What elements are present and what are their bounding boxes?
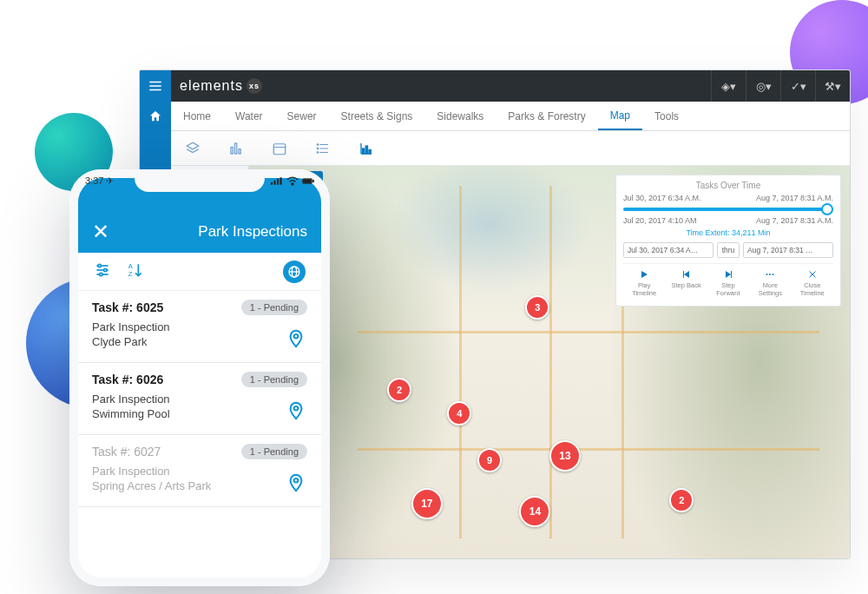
svg-marker-23 — [726, 271, 731, 278]
tp-range-bot-right: Aug 7, 2017 8:31 A.M. — [756, 216, 833, 225]
phone-screen-title: Park Inspections — [198, 223, 307, 241]
time-to-field[interactable]: Aug 7, 2017 8:31 … — [743, 242, 833, 258]
time-extent: Time Extent: 34,211 Min — [623, 228, 833, 237]
check-icon[interactable]: ✓▾ — [780, 70, 815, 102]
tab-sewer[interactable]: Sewer — [275, 102, 329, 130]
time-panel-title: Tasks Over Time — [623, 181, 833, 190]
map-marker[interactable]: 2 — [669, 488, 694, 512]
tab-home[interactable]: Home — [171, 102, 223, 130]
play-timeline-button[interactable]: Play Timeline — [626, 269, 662, 297]
svg-rect-30 — [271, 182, 273, 185]
tab-water[interactable]: Water — [223, 102, 275, 130]
close-timeline-button[interactable]: Close Timeline — [794, 269, 831, 297]
task-list[interactable]: Task #: 60251 - PendingPark InspectionCl… — [78, 291, 321, 578]
brand-badge: xs — [247, 78, 262, 94]
pin-icon[interactable] — [286, 329, 306, 352]
task-number: Task #: 6027 — [92, 445, 161, 459]
task-location: Clyde Park — [92, 335, 307, 348]
task-item[interactable]: Task #: 60251 - PendingPark InspectionCl… — [78, 291, 321, 363]
battery-icon — [302, 176, 314, 186]
tab-parks[interactable]: Parks & Forestry — [496, 102, 597, 130]
phone-device: 3:37 ✈ ✕ Park Inspections AZ Task #: 602… — [69, 169, 330, 586]
svg-rect-22 — [683, 271, 684, 278]
tabbar: Home Water Sewer Streets & Signs Sidewal… — [171, 102, 850, 131]
task-item[interactable]: Task #: 60261 - PendingPark InspectionSw… — [78, 363, 321, 435]
tool-chart-icon[interactable] — [353, 135, 379, 162]
layers-icon[interactable]: ◈▾ — [711, 70, 746, 102]
menu-button[interactable] — [140, 70, 171, 102]
svg-point-50 — [294, 334, 299, 339]
svg-point-13 — [317, 148, 319, 149]
brand-text: elements — [180, 78, 243, 94]
svg-point-51 — [294, 406, 299, 411]
svg-rect-24 — [731, 271, 732, 278]
sort-icon[interactable]: AZ — [127, 261, 144, 282]
tp-range-top-right: Aug 7, 2017 8:31 A.M. — [756, 194, 833, 202]
tab-streets[interactable]: Streets & Signs — [329, 102, 425, 130]
topbar-right: ◈▾ ◎▾ ✓▾ ⚒▾ — [711, 70, 850, 102]
tool-list-icon[interactable] — [310, 135, 336, 162]
svg-rect-7 — [273, 143, 286, 154]
svg-point-34 — [292, 183, 293, 185]
svg-rect-36 — [312, 180, 313, 182]
svg-marker-21 — [684, 271, 689, 278]
phone-toolbar: AZ — [78, 253, 321, 291]
svg-rect-32 — [277, 179, 279, 185]
task-type: Park Inspection — [92, 465, 307, 478]
home-button[interactable] — [140, 102, 171, 131]
tool-calendar-icon[interactable] — [266, 135, 293, 162]
task-location: Swimming Pool — [92, 407, 307, 420]
time-from-field[interactable]: Jul 30, 2017 6:34 A… — [623, 242, 713, 258]
status-time: 3:37 ✈ — [85, 175, 114, 187]
status-badge: 1 - Pending — [241, 372, 307, 387]
svg-point-26 — [769, 274, 771, 275]
tools-icon[interactable]: ⚒▾ — [815, 70, 850, 102]
map-marker[interactable]: 17 — [411, 488, 443, 519]
svg-point-39 — [98, 264, 101, 267]
task-type: Park Inspection — [92, 320, 307, 333]
svg-rect-4 — [231, 147, 233, 154]
tool-layers-icon[interactable] — [180, 135, 206, 162]
tab-sidewalks[interactable]: Sidewalks — [424, 102, 496, 130]
tp-range-bot-left: Jul 20, 2017 4:10 AM — [623, 216, 697, 225]
task-number: Task #: 6026 — [92, 373, 163, 386]
task-type: Park Inspection — [92, 393, 307, 406]
task-location: Spring Acres / Arts Park — [92, 479, 307, 492]
close-button[interactable]: ✕ — [92, 220, 109, 244]
svg-rect-19 — [369, 149, 371, 154]
svg-rect-31 — [274, 181, 276, 185]
brand-logo: elementsxs — [171, 78, 271, 94]
tab-map[interactable]: Map — [598, 102, 642, 130]
status-badge: 1 - Pending — [241, 300, 307, 315]
time-panel: Tasks Over Time Jul 30, 2017 6:34 A.M. A… — [615, 175, 841, 307]
target-icon[interactable]: ◎▾ — [746, 70, 780, 102]
globe-button[interactable] — [283, 261, 306, 283]
svg-point-25 — [766, 274, 768, 275]
pin-icon[interactable] — [286, 401, 306, 424]
pin-icon[interactable] — [286, 473, 306, 496]
time-slider[interactable] — [623, 208, 833, 211]
map-marker[interactable]: 14 — [519, 496, 550, 527]
more-settings-button[interactable]: More Settings — [752, 269, 788, 297]
task-number: Task #: 6025 — [92, 300, 163, 314]
svg-point-12 — [317, 143, 319, 145]
tp-range-top-left: Jul 30, 2017 6:34 A.M. — [623, 194, 701, 202]
task-item[interactable]: Task #: 60271 - PendingPark InspectionSp… — [78, 435, 321, 507]
toolbar — [171, 131, 850, 166]
status-badge: 1 - Pending — [241, 444, 307, 459]
signal-icon — [271, 176, 283, 186]
svg-point-27 — [773, 274, 774, 275]
svg-rect-5 — [235, 143, 237, 154]
svg-marker-20 — [641, 271, 648, 278]
svg-point-14 — [317, 151, 319, 153]
svg-rect-17 — [363, 148, 365, 154]
map[interactable]: I want to... ⛶ + − 24391317142 Tasks Ove… — [249, 166, 850, 558]
filter-icon[interactable] — [94, 261, 111, 282]
topbar: elementsxs ◈▾ ◎▾ ✓▾ ⚒▾ — [140, 70, 850, 102]
svg-rect-18 — [365, 146, 367, 154]
time-thru-label: thru — [717, 242, 740, 258]
step-back-button[interactable]: Step Back — [668, 269, 705, 297]
step-forward-button[interactable]: Step Forward — [710, 269, 746, 297]
tool-bar-icon[interactable] — [223, 135, 249, 162]
tab-tools[interactable]: Tools — [642, 102, 691, 130]
